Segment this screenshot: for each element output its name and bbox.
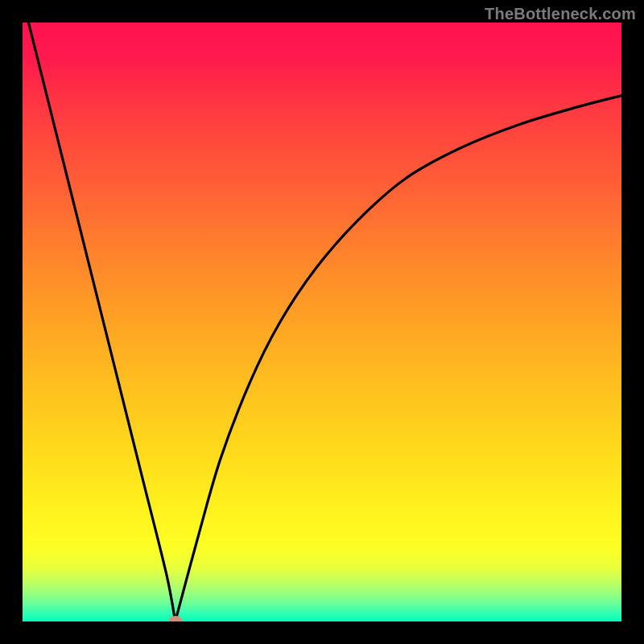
minimum-marker-dot bbox=[169, 616, 182, 621]
watermark-text: TheBottleneck.com bbox=[485, 5, 636, 23]
curve-left-branch bbox=[28, 23, 175, 621]
plot-area bbox=[23, 23, 621, 621]
curve-right-branch bbox=[175, 96, 621, 621]
bottleneck-curve bbox=[23, 23, 621, 621]
chart-frame: TheBottleneck.com bbox=[0, 0, 644, 644]
